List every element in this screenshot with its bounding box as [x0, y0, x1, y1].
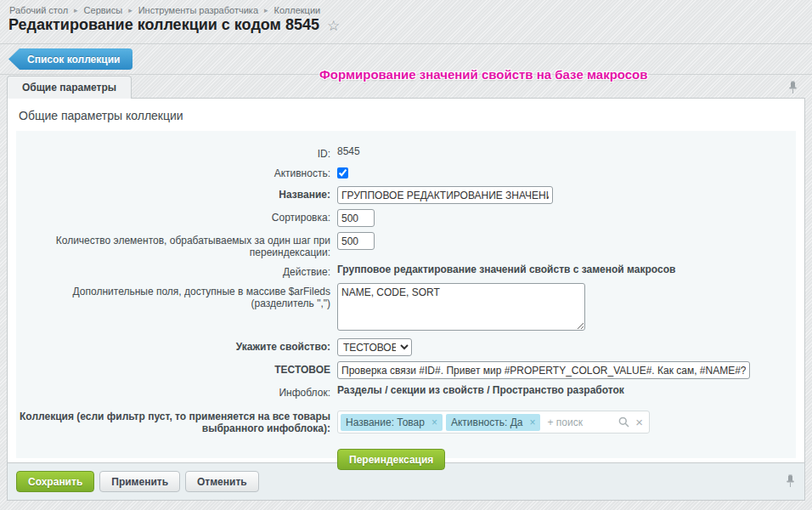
apply-button[interactable]: Применить: [99, 471, 180, 492]
page: Рабочий стол ▸ Сервисы ▸ Инструменты раз…: [0, 0, 812, 510]
cancel-button[interactable]: Отменить: [185, 471, 259, 492]
breadcrumb-separator-icon: ▸: [128, 6, 133, 14]
reindex-button[interactable]: Переиндексация: [337, 449, 445, 470]
tag-close-icon[interactable]: ×: [529, 416, 535, 428]
breadcrumb-item-devtools[interactable]: Инструменты разработчика: [138, 5, 258, 15]
iblock-label: Инфоблок:: [16, 384, 337, 399]
page-title: Редактирование коллекции с кодом 8545: [8, 16, 319, 34]
action-value: Групповое редактирование значений свойст…: [337, 261, 675, 275]
action-label: Действие:: [16, 264, 337, 278]
tag-close-icon[interactable]: ×: [431, 416, 437, 428]
tab-general-parameters[interactable]: Общие параметры: [7, 76, 132, 99]
name-input[interactable]: [337, 186, 553, 204]
title-row: Редактирование коллекции с кодом 8545 ☆: [8, 16, 340, 34]
extra-fields-textarea[interactable]: NAME, CODE, SORT: [337, 283, 585, 331]
filter-tag-active[interactable]: Активность: Да ×: [446, 414, 541, 431]
filter-tag-text: Активность: Да: [451, 416, 522, 428]
form-row-extra-fields: Дополнительные поля, доступные в массиве…: [16, 283, 796, 333]
sort-label: Сортировка:: [16, 209, 337, 224]
breadcrumb-item-services[interactable]: Сервисы: [84, 5, 123, 15]
save-button[interactable]: Сохранить: [16, 471, 94, 492]
form-row-action: Действие: Групповое редактирование значе…: [16, 264, 796, 278]
breadcrumb-separator-icon: ▸: [74, 6, 78, 14]
form-row-test-property: ТЕСТОВОЕ: [16, 361, 796, 379]
active-label: Активность:: [16, 165, 337, 179]
filter-clear-icon[interactable]: ×: [635, 416, 643, 428]
form-row-active: Активность:: [16, 165, 796, 181]
macros-banner-text: Формирование значений свойств на базе ма…: [319, 67, 648, 82]
pin-icon[interactable]: [788, 81, 798, 98]
iblock-value: Разделы / секции из свойств / Пространст…: [337, 382, 624, 396]
reindex-spacer: [16, 449, 337, 451]
form-row-name: Название:: [16, 186, 796, 204]
name-label: Название:: [16, 186, 337, 201]
active-checkbox[interactable]: [337, 167, 348, 178]
form-row-iblock: Инфоблок: Разделы / секции из свойств / …: [16, 384, 796, 399]
filter-tag-text: Название: Товар: [346, 416, 425, 428]
edit-form-panel: Общие параметры коллекции ID: 8545 Актив…: [7, 98, 805, 463]
id-label: ID:: [16, 145, 337, 160]
form-fields-area: ID: 8545 Активность: Название: Сортировк…: [16, 131, 796, 458]
test-property-input[interactable]: [337, 361, 750, 379]
section-title: Общие параметры коллекции: [8, 99, 804, 131]
breadcrumb-item-desktop[interactable]: Рабочий стол: [9, 5, 68, 15]
collection-filter-widget[interactable]: Название: Товар × Активность: Да ×: [337, 411, 650, 434]
form-row-collection: Коллекция (если фильтр пуст, то применяе…: [16, 411, 796, 434]
breadcrumb-item-collections[interactable]: Коллекции: [274, 5, 321, 15]
form-row-step: Количество элементов, обрабатываемых за …: [16, 232, 796, 258]
breadcrumb-separator-icon: ▸: [264, 6, 268, 14]
extra-fields-label: Дополнительные поля, доступные в массиве…: [16, 283, 337, 309]
step-label: Количество элементов, обрабатываемых за …: [16, 232, 337, 258]
favorite-star-icon[interactable]: ☆: [327, 17, 340, 33]
breadcrumb: Рабочий стол ▸ Сервисы ▸ Инструменты раз…: [9, 5, 320, 15]
form-row-sort: Сортировка:: [16, 209, 796, 227]
form-row-id: ID: 8545: [16, 145, 796, 160]
search-icon[interactable]: [618, 416, 629, 428]
pin-icon[interactable]: [786, 474, 795, 491]
test-property-label: ТЕСТОВОЕ: [16, 361, 337, 376]
sort-input[interactable]: [337, 209, 375, 227]
form-row-property: Укажите свойство: ТЕСТОВОЕ: [16, 338, 796, 356]
property-select[interactable]: ТЕСТОВОЕ: [337, 338, 412, 356]
step-input[interactable]: [337, 232, 375, 250]
property-label: Укажите свойство:: [16, 338, 337, 353]
form-row-reindex: Переиндексация: [16, 449, 796, 470]
collection-label: Коллекция (если фильтр пуст, то применяе…: [16, 411, 337, 434]
filter-icons: ×: [618, 416, 643, 428]
id-value: 8545: [337, 143, 360, 157]
collection-list-button[interactable]: Список коллекции: [8, 48, 133, 70]
filter-tag-name[interactable]: Название: Товар ×: [341, 414, 443, 431]
filter-search-input[interactable]: [544, 413, 618, 431]
